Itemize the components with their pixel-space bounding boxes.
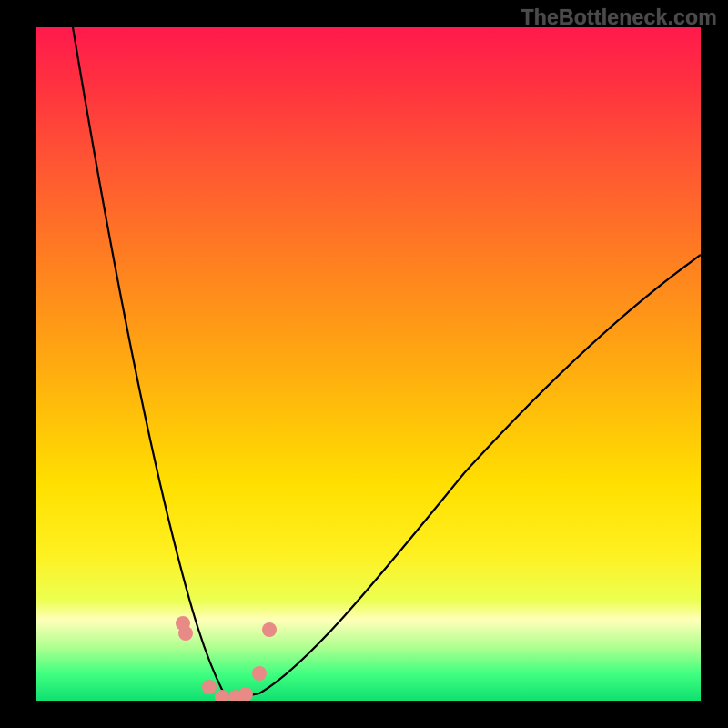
chart-svg (36, 27, 701, 701)
scatter-dot (215, 690, 229, 701)
scatter-dot (252, 666, 267, 681)
plot-area (36, 27, 701, 701)
scatter-dot (238, 687, 253, 701)
scatter-dot (178, 626, 193, 641)
chart-frame: TheBottleneck.com (0, 0, 728, 728)
left-curve (73, 27, 232, 699)
scatter-dot (262, 622, 277, 637)
watermark-text: TheBottleneck.com (521, 5, 717, 30)
scatter-dot (202, 680, 217, 694)
right-curve (232, 255, 701, 699)
